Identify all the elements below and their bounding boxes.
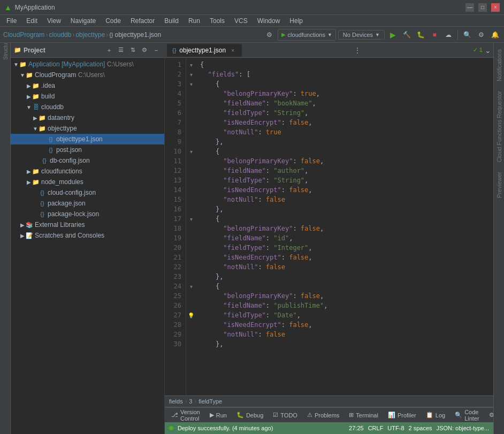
tree-item-cloudfunctions[interactable]: ▶ 📁 cloudfunctions	[11, 166, 164, 177]
bottom-tab-problems[interactable]: ⚠ Problems	[303, 409, 343, 421]
library-icon: 📚	[26, 221, 33, 229]
right-panel-notifications[interactable]: Notifications	[495, 45, 503, 86]
menu-help[interactable]: Help	[285, 16, 307, 26]
tree-item-idea[interactable]: ▶ 📁 .idea	[11, 80, 164, 91]
run-config-dropdown[interactable]: ▶ cloudfunctions ▼	[278, 29, 336, 41]
build-button[interactable]: 🔨	[401, 29, 413, 41]
menu-window[interactable]: Window	[253, 16, 285, 26]
stop-button[interactable]: ■	[429, 29, 440, 41]
folder-icon: 📁	[32, 167, 40, 175]
bc-fields[interactable]: fields	[169, 398, 183, 405]
bottom-tab-todo[interactable]: ☑ TODO	[269, 409, 302, 421]
tree-item-objecttype[interactable]: ▼ 📁 objecttype	[11, 123, 164, 134]
code-content[interactable]: { "fields": [ { "belongPrimaryKey": true…	[196, 58, 493, 395]
right-panel-previewer[interactable]: Previewer	[495, 167, 503, 202]
gutter-fold-1[interactable]: ▾	[187, 60, 195, 70]
tree-item-package[interactable]: ▶ {} package.json	[11, 198, 164, 209]
menu-navigate[interactable]: Navigate	[66, 16, 100, 26]
gutter-fold-10[interactable]: ▾	[187, 147, 195, 156]
code-line-13: "fieldType": "String",	[200, 176, 489, 185]
gutter-fold-3[interactable]: ▾	[187, 79, 195, 89]
code-editor[interactable]: 12345 678910 1112131415 1617181920 21222…	[165, 58, 493, 395]
deploy-button[interactable]: ☁	[442, 29, 454, 41]
tree-item-dbconfig[interactable]: ▶ {} db-config.json	[11, 155, 164, 166]
indent-setting[interactable]: 2 spaces	[409, 425, 432, 431]
folder-icon: 📁	[32, 82, 40, 89]
notifications-button[interactable]: 🔔	[489, 29, 501, 41]
tree-item-build[interactable]: ▶ 📁 build	[11, 91, 164, 102]
bc-fieldtype[interactable]: fieldType	[198, 398, 222, 405]
menu-vcs[interactable]: VCS	[230, 16, 252, 26]
breadcrumb-cloudprogram[interactable]: CloudProgram	[3, 31, 44, 39]
search-button[interactable]: 🔍	[461, 29, 473, 41]
tree-item-packagelock[interactable]: ▶ {} package-lock.json	[11, 209, 164, 219]
breadcrumb-clouddb[interactable]: clouddb	[49, 31, 71, 39]
code-line-4: "belongPrimaryKey": true,	[200, 89, 489, 98]
menu-view[interactable]: View	[43, 16, 65, 26]
bottom-tab-run[interactable]: ▶ Run	[205, 409, 231, 421]
close-button[interactable]: ×	[491, 3, 500, 12]
tree-item-clouddb[interactable]: ▼ 🗄 clouddb	[11, 102, 164, 112]
tree-item-objecttype1[interactable]: ▶ {} objecttype1.json	[11, 134, 164, 144]
menu-build[interactable]: Build	[160, 16, 183, 26]
tab-close-button[interactable]: ×	[229, 47, 236, 54]
tree-item-post[interactable]: ▶ {} post.json	[11, 144, 164, 155]
menu-code[interactable]: Code	[101, 16, 125, 26]
line-ending[interactable]: CRLF	[368, 425, 384, 431]
tree-item-cloudconfig[interactable]: ▶ {} cloud-config.json	[11, 187, 164, 198]
debug-run-button[interactable]: 🐛	[415, 29, 426, 41]
gutter-fold-2[interactable]: ▾	[187, 70, 195, 79]
bottom-tab-versioncontrol[interactable]: ⎇ Version Control	[167, 409, 204, 421]
panel-add-button[interactable]: +	[104, 45, 114, 55]
tree-arrow-icon: ▼	[13, 61, 19, 67]
git-indicator[interactable]: ✓ 1	[473, 47, 483, 54]
tab-more-button[interactable]: ⋮	[353, 45, 362, 55]
gutter-lightbulb-27[interactable]: 💡	[187, 310, 195, 320]
file-type[interactable]: JSON: object-type...	[437, 425, 489, 431]
bottom-tab-debug[interactable]: 🐛 Debug	[232, 409, 268, 421]
expand-button[interactable]: ⌄	[485, 46, 491, 55]
config-icon-button[interactable]: ⚙	[264, 29, 276, 41]
bottom-tab-codelinter[interactable]: 🔍 Code Linter	[450, 409, 484, 421]
bc-3[interactable]: 3	[189, 398, 192, 405]
bottom-tab-log[interactable]: 📋 Log	[422, 409, 449, 421]
bottom-tab-profiler[interactable]: 📊 Profiler	[384, 409, 421, 421]
editor-tab-objecttype1[interactable]: {} objecttype1.json ×	[167, 44, 242, 57]
deploy-status[interactable]: Deploy successfully. (4 minutes ago)	[178, 425, 273, 431]
settings-button[interactable]: ⚙	[475, 29, 487, 41]
tab-label: objecttype1.json	[179, 47, 226, 54]
json-file-icon: {}	[39, 189, 46, 196]
menu-run[interactable]: Run	[184, 16, 204, 26]
tree-item-dataentry[interactable]: ▶ 📁 dataentry	[11, 112, 164, 123]
breadcrumb-objecttype[interactable]: objecttype	[75, 31, 105, 39]
panel-sort-button[interactable]: ⇅	[128, 45, 138, 55]
cursor-position[interactable]: 27:25	[349, 425, 364, 431]
maximize-button[interactable]: □	[478, 3, 487, 12]
right-panel-cloudfunctions[interactable]: Cloud Functions Requestor	[495, 87, 503, 166]
bottom-tab-terminal[interactable]: ⊞ Terminal	[345, 409, 383, 421]
tree-item-cloudprogram[interactable]: ▼ 📁 CloudProgram C:\Users\	[11, 70, 164, 80]
panel-list-button[interactable]: ☰	[116, 45, 126, 55]
tree-item-nodemodules[interactable]: ▶ 📁 node_modules	[11, 177, 164, 187]
gutter-fold-24[interactable]: ▾	[187, 281, 195, 291]
panel-settings-button[interactable]: ⚙	[140, 45, 149, 55]
encoding[interactable]: UTF-8	[387, 425, 404, 431]
tree-item-scratches[interactable]: ▶ 📝 Scratches and Consoles	[11, 230, 164, 241]
menu-refactor[interactable]: Refactor	[126, 16, 159, 26]
panel-close-button[interactable]: −	[151, 45, 161, 55]
devices-dropdown[interactable]: No Devices ▼	[338, 30, 385, 40]
problems-icon: ⚠	[307, 412, 312, 418]
minimize-button[interactable]: —	[465, 3, 474, 12]
gutter-28	[187, 320, 195, 330]
left-stripe-icon-1[interactable]: Structure	[1, 45, 10, 54]
tree-item-application[interactable]: ▼ 📁 Application [MyApplication] C:\Users…	[11, 59, 164, 70]
menu-tools[interactable]: Tools	[205, 16, 229, 26]
debug-icon: 🐛	[236, 412, 244, 418]
folder-icon: 📁	[26, 71, 33, 79]
tree-item-external-libs[interactable]: ▶ 📚 External Libraries	[11, 219, 164, 230]
run-button[interactable]: ▶	[387, 29, 399, 41]
gutter-fold-17[interactable]: ▾	[187, 214, 195, 224]
bottom-tab-services[interactable]: ⚙ Services	[485, 409, 493, 421]
menu-file[interactable]: File	[2, 16, 21, 26]
menu-edit[interactable]: Edit	[22, 16, 42, 26]
